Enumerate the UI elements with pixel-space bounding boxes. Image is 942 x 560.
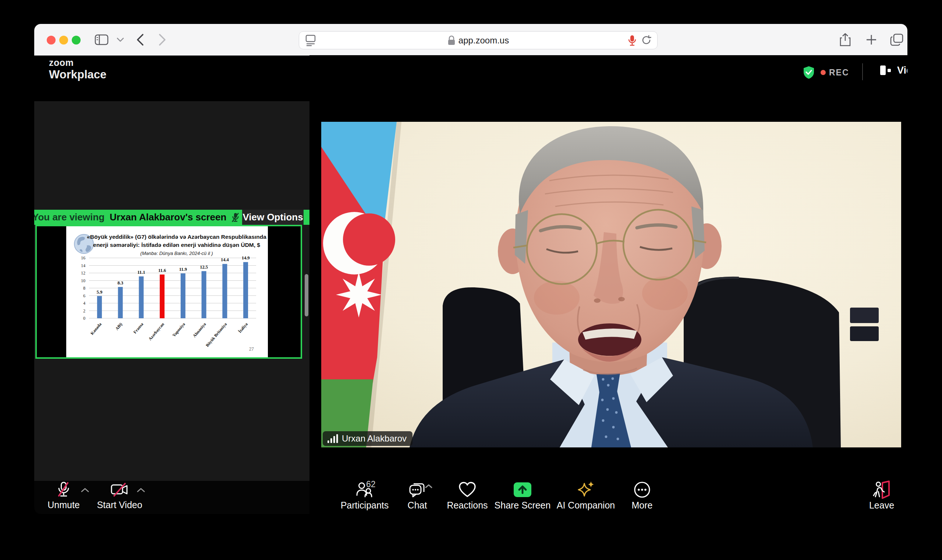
svg-text:6: 6 xyxy=(83,293,85,298)
view-label: View xyxy=(897,65,907,76)
svg-text:4: 4 xyxy=(83,301,85,306)
left-control-bar: Unmute Start Video xyxy=(34,481,309,514)
speaker-video[interactable] xyxy=(321,122,901,448)
share-page-icon[interactable] xyxy=(836,24,855,55)
audio-level-bars-icon xyxy=(327,434,338,443)
sidebar-toggle-icon[interactable] xyxy=(93,24,110,55)
participants-count: 62 xyxy=(366,479,376,489)
svg-text:(Mənbə: Dünya Bankı, 2024-cü i: (Mənbə: Dünya Bankı, 2024-cü il ) xyxy=(140,251,213,256)
security-shield-icon[interactable] xyxy=(802,66,815,80)
leave-button[interactable]: Leave xyxy=(841,481,907,514)
svg-text:14: 14 xyxy=(81,263,85,268)
unmute-label: Unmute xyxy=(48,500,80,510)
meeting-topbar: REC View xyxy=(309,55,907,88)
svg-text:12.5: 12.5 xyxy=(200,265,208,270)
svg-text:Böyük Britaniya: Böyük Britaniya xyxy=(205,322,228,348)
participants-icon: 62 xyxy=(355,481,374,498)
chevron-down-icon[interactable] xyxy=(114,24,127,55)
panel-scrollbar[interactable] xyxy=(305,274,308,317)
svg-text:Yaponiya: Yaponiya xyxy=(171,322,186,338)
svg-text:«Böyük yeddilik» (G7) ölkələri: «Böyük yeddilik» (G7) ölkələrində və Azə… xyxy=(87,234,266,240)
start-video-button[interactable]: Start Video xyxy=(90,481,149,514)
viewing-banner-owner: Urxan Alakbarov's screen xyxy=(110,212,226,223)
chat-icon xyxy=(408,481,427,498)
svg-text:14.4: 14.4 xyxy=(221,257,229,262)
viewing-banner: You are viewing Urxan Alakbarov's screen… xyxy=(34,210,309,225)
svg-text:2: 2 xyxy=(83,308,85,314)
view-button[interactable]: View xyxy=(878,64,907,77)
recording-status[interactable]: REC xyxy=(820,68,849,78)
mic-active-icon[interactable] xyxy=(628,35,637,46)
speaker-name: Urxan Alakbarov xyxy=(342,434,406,444)
zoom-workplace-logo: zoom Workplace xyxy=(49,58,106,80)
svg-text:8: 8 xyxy=(83,286,85,291)
speaker-name-tag: Urxan Alakbarov xyxy=(323,431,413,446)
zoom-window-button[interactable] xyxy=(72,36,81,45)
url-text[interactable]: app.zoom.us xyxy=(459,35,509,46)
video-options-chevron-icon[interactable] xyxy=(137,488,145,493)
svg-text:Almaniya: Almaniya xyxy=(192,322,207,338)
browser-toolbar: app.zoom.us xyxy=(34,24,907,55)
zoom-wordmark: zoom xyxy=(49,58,106,67)
new-tab-icon[interactable] xyxy=(862,24,880,55)
lock-icon xyxy=(448,35,456,46)
rec-dot-icon xyxy=(820,69,826,75)
shared-slide: «Böyük yeddilik» (G7) ölkələrində və Azə… xyxy=(66,226,268,357)
topbar-divider xyxy=(862,63,863,80)
address-bar[interactable]: app.zoom.us xyxy=(299,31,657,49)
svg-text:14.9: 14.9 xyxy=(242,255,250,260)
share-screen-label: Share Screen xyxy=(494,500,551,511)
tab-overview-icon[interactable] xyxy=(887,24,906,55)
camera-muted-icon xyxy=(110,481,129,498)
svg-text:Azərbaycan: Azərbaycan xyxy=(148,322,165,342)
svg-text:27: 27 xyxy=(249,346,254,352)
back-icon[interactable] xyxy=(132,24,148,55)
audio-options-chevron-icon[interactable] xyxy=(81,488,89,493)
svg-text:Kanada: Kanada xyxy=(90,322,102,335)
presenter-mic-muted-icon xyxy=(231,212,240,223)
svg-text:11.6: 11.6 xyxy=(158,268,166,273)
start-video-label: Start Video xyxy=(97,500,142,510)
ai-companion-sparkle-icon xyxy=(576,481,596,498)
more-label: More xyxy=(632,500,653,511)
energy-efficiency-chart: «Böyük yeddilik» (G7) ölkələrində və Azə… xyxy=(66,226,268,357)
view-options-button[interactable]: View Options xyxy=(242,210,303,225)
rec-label: REC xyxy=(829,68,849,78)
workplace-wordmark: Workplace xyxy=(49,69,106,80)
mic-muted-icon xyxy=(56,481,71,498)
leave-icon xyxy=(872,481,891,498)
svg-text:enerji səmərəliyi: İstifadə ed: enerji səmərəliyi: İstifadə edilən enerj… xyxy=(93,242,260,248)
svg-text:8.3: 8.3 xyxy=(117,280,123,286)
heart-icon xyxy=(459,481,476,498)
reload-icon[interactable] xyxy=(641,35,652,46)
svg-text:0: 0 xyxy=(83,316,85,321)
svg-text:16: 16 xyxy=(81,255,85,260)
unmute-button[interactable]: Unmute xyxy=(42,481,85,514)
svg-text:10: 10 xyxy=(81,278,85,283)
close-window-button[interactable] xyxy=(47,36,55,45)
meeting-main-area: REC View xyxy=(309,55,907,514)
svg-text:11.1: 11.1 xyxy=(137,270,145,275)
forward-icon[interactable] xyxy=(154,24,170,55)
view-layout-icon xyxy=(878,64,893,77)
chat-label: Chat xyxy=(408,500,427,511)
browser-window: app.zoom.us zoom Workplace You are viewi… xyxy=(34,24,907,514)
svg-text:Fransa: Fransa xyxy=(132,322,144,334)
viewing-banner-prefix: You are viewing xyxy=(34,212,105,223)
svg-text:İtaliya: İtaliya xyxy=(237,322,249,334)
svg-text:ABŞ: ABŞ xyxy=(114,322,123,331)
share-screen-icon xyxy=(513,481,533,498)
svg-text:11.9: 11.9 xyxy=(179,267,187,272)
leave-label: Leave xyxy=(869,500,894,511)
reactions-label: Reactions xyxy=(447,500,488,511)
svg-text:5.9: 5.9 xyxy=(97,289,103,295)
minimize-window-button[interactable] xyxy=(59,36,68,45)
more-button[interactable]: More xyxy=(602,481,683,514)
svg-text:12: 12 xyxy=(81,271,85,275)
more-icon xyxy=(633,481,651,498)
